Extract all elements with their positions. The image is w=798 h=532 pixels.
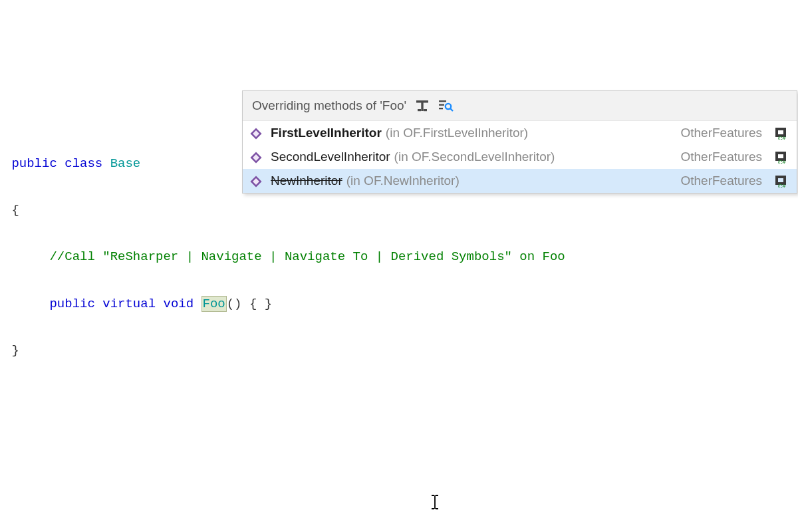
svg-rect-5 xyxy=(439,104,444,106)
keyword-void: void xyxy=(163,297,194,311)
popup-item-newinheritor[interactable]: NewInheritor (in OF.NewInheritor) OtherF… xyxy=(243,169,797,193)
keyword-virtual: virtual xyxy=(102,297,156,311)
code-line[interactable] xyxy=(4,479,794,503)
parens: () xyxy=(227,297,242,311)
item-project: OtherFeatures xyxy=(681,150,763,164)
code-line[interactable]: { xyxy=(4,199,794,222)
item-project: OtherFeatures xyxy=(681,126,763,140)
svg-rect-6 xyxy=(439,108,443,109)
type-base: Base xyxy=(110,156,141,171)
svg-rect-1 xyxy=(422,102,424,111)
item-context: (in OF.FirstLevelInheritor) xyxy=(386,126,528,140)
item-context: (in OF.SecondLevelInheritor) xyxy=(394,150,555,164)
code-line[interactable] xyxy=(4,386,794,409)
method-override-icon xyxy=(249,126,263,140)
find-in-solution-icon[interactable] xyxy=(438,98,454,114)
svg-rect-4 xyxy=(439,100,446,102)
item-name: SecondLevelInheritor xyxy=(271,150,390,164)
method-override-icon xyxy=(249,174,263,188)
keyword-public: public xyxy=(49,297,94,311)
svg-rect-3 xyxy=(424,109,427,111)
method-override-icon xyxy=(249,150,263,164)
code-line[interactable]: //Call "ReSharper | Navigate | Navigate … xyxy=(4,245,794,269)
svg-line-8 xyxy=(451,108,454,111)
text-caret-icon xyxy=(424,471,425,485)
item-name: FirstLevelInheritor xyxy=(271,126,382,140)
overriding-methods-popup[interactable]: Overriding methods of 'Foo' xyxy=(242,90,797,194)
brace-close: } xyxy=(11,343,19,358)
svg-rect-0 xyxy=(416,100,428,103)
popup-item-secondlevel[interactable]: SecondLevelInheritor (in OF.SecondLevelI… xyxy=(243,145,797,169)
csharp-file-icon: C# xyxy=(774,174,789,188)
hierarchy-filter-icon[interactable] xyxy=(414,98,430,114)
popup-header: Overriding methods of 'Foo' xyxy=(243,91,797,121)
method-foo-highlighted[interactable]: Foo xyxy=(201,296,227,312)
brace-open: { xyxy=(11,203,19,217)
popup-title: Overriding methods of 'Foo' xyxy=(252,98,406,113)
code-line[interactable] xyxy=(4,433,794,456)
method-body: { } xyxy=(242,297,273,311)
csharp-file-icon: C# xyxy=(774,150,789,164)
svg-text:C#: C# xyxy=(778,135,786,140)
item-context: (in OF.NewInheritor) xyxy=(346,174,460,188)
svg-text:C#: C# xyxy=(778,183,786,188)
item-project: OtherFeatures xyxy=(681,174,763,188)
svg-point-7 xyxy=(446,104,451,109)
popup-item-firstlevel[interactable]: FirstLevelInheritor (in OF.FirstLevelInh… xyxy=(243,121,797,145)
code-line[interactable]: } xyxy=(4,339,794,362)
code-line[interactable]: public virtual void Foo() { } xyxy=(4,293,794,316)
popup-list: FirstLevelInheritor (in OF.FirstLevelInh… xyxy=(243,121,797,193)
svg-text:C#: C# xyxy=(778,159,786,164)
item-name: NewInheritor xyxy=(271,174,342,188)
keyword-class: class xyxy=(65,156,102,171)
keyword-public: public xyxy=(11,156,57,171)
code-line[interactable] xyxy=(4,526,794,532)
csharp-file-icon: C# xyxy=(774,126,789,140)
comment: //Call "ReSharper | Navigate | Navigate … xyxy=(49,249,565,264)
svg-rect-2 xyxy=(418,109,421,111)
